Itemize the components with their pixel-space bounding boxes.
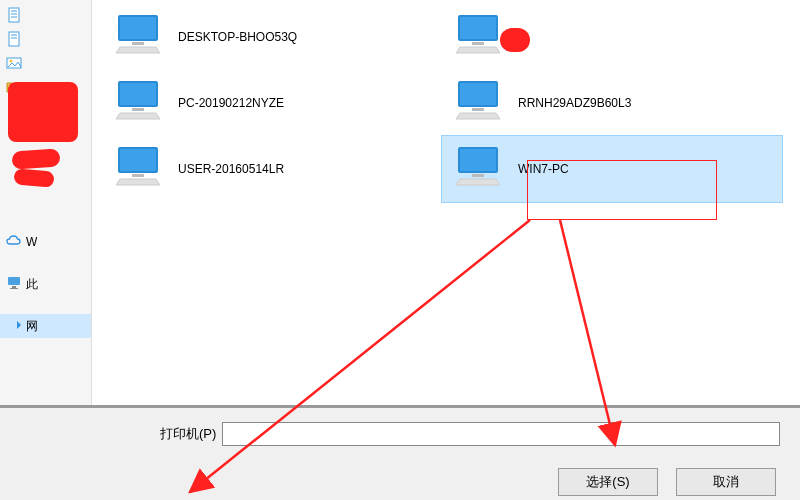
network-computer-item[interactable]: DESKTOP-BHOO53Q (102, 4, 442, 70)
computer-name: RRNH29ADZ9B60L3 (518, 96, 631, 110)
sidebar-label: W (26, 235, 37, 249)
computer-name: DESKTOP-BHOO53Q (178, 30, 297, 44)
svg-marker-15 (116, 47, 160, 53)
svg-rect-9 (8, 277, 20, 285)
svg-rect-34 (472, 174, 484, 177)
redaction-mark (500, 28, 530, 52)
svg-rect-14 (132, 42, 144, 45)
sidebar-item-thispc[interactable]: 此 (0, 272, 91, 296)
sidebar-label: 此 (26, 276, 38, 293)
computer-icon (110, 141, 166, 197)
computer-name: PC-20190212NYZE (178, 96, 284, 110)
svg-marker-23 (116, 113, 160, 119)
picture-icon (6, 55, 22, 74)
network-computer-item-selected[interactable]: WIN7-PC (442, 136, 782, 202)
svg-rect-0 (9, 8, 19, 22)
network-computer-item[interactable]: USER-20160514LR (102, 136, 442, 202)
printer-input[interactable] (222, 422, 780, 446)
network-computer-item[interactable]: RRNH29ADZ9B60L3 (442, 70, 782, 136)
svg-marker-35 (456, 179, 500, 185)
svg-rect-11 (10, 288, 18, 289)
computer-icon (450, 141, 506, 197)
svg-rect-26 (472, 108, 484, 111)
svg-marker-19 (456, 47, 500, 53)
computer-icon (450, 9, 506, 65)
svg-rect-30 (132, 174, 144, 177)
file-view: DESKTOP-BHOO53Q PC-20190212NYZE RRNH29AD… (92, 0, 800, 405)
svg-rect-33 (460, 149, 496, 171)
cancel-button[interactable]: 取消 (676, 468, 776, 496)
sidebar-item-network[interactable]: 网 (0, 314, 91, 338)
sidebar-item-cloud[interactable]: W (0, 230, 91, 254)
svg-rect-17 (460, 17, 496, 39)
printer-label: 打印机(P) (160, 425, 216, 443)
redaction-mark (8, 82, 78, 142)
svg-rect-22 (132, 108, 144, 111)
svg-point-8 (10, 59, 13, 62)
sidebar-item-doc2[interactable] (0, 28, 91, 52)
network-arrow-icon (6, 317, 22, 336)
computer-name: USER-20160514LR (178, 162, 284, 176)
svg-marker-31 (116, 179, 160, 185)
svg-rect-21 (120, 83, 156, 105)
sidebar-item-doc[interactable] (0, 4, 91, 28)
computer-icon (450, 75, 506, 131)
svg-rect-29 (120, 149, 156, 171)
computer-name: WIN7-PC (518, 162, 569, 176)
network-computer-item[interactable]: PC-20190212NYZE (102, 70, 442, 136)
cloud-icon (6, 233, 22, 252)
svg-rect-13 (120, 17, 156, 39)
svg-rect-25 (460, 83, 496, 105)
computer-icon (110, 9, 166, 65)
network-computer-item[interactable] (442, 4, 782, 70)
select-button[interactable]: 选择(S) (558, 468, 658, 496)
svg-rect-10 (12, 286, 16, 288)
redaction-mark (6, 144, 66, 204)
document-icon (6, 7, 22, 26)
sidebar-item-pic[interactable] (0, 52, 91, 76)
document-icon (6, 31, 22, 50)
svg-marker-27 (456, 113, 500, 119)
sidebar-label: 网 (26, 318, 38, 335)
monitor-icon (6, 275, 22, 294)
svg-rect-4 (9, 32, 19, 46)
bottom-panel: 打印机(P) 选择(S) 取消 (0, 405, 800, 500)
computer-icon (110, 75, 166, 131)
svg-rect-18 (472, 42, 484, 45)
